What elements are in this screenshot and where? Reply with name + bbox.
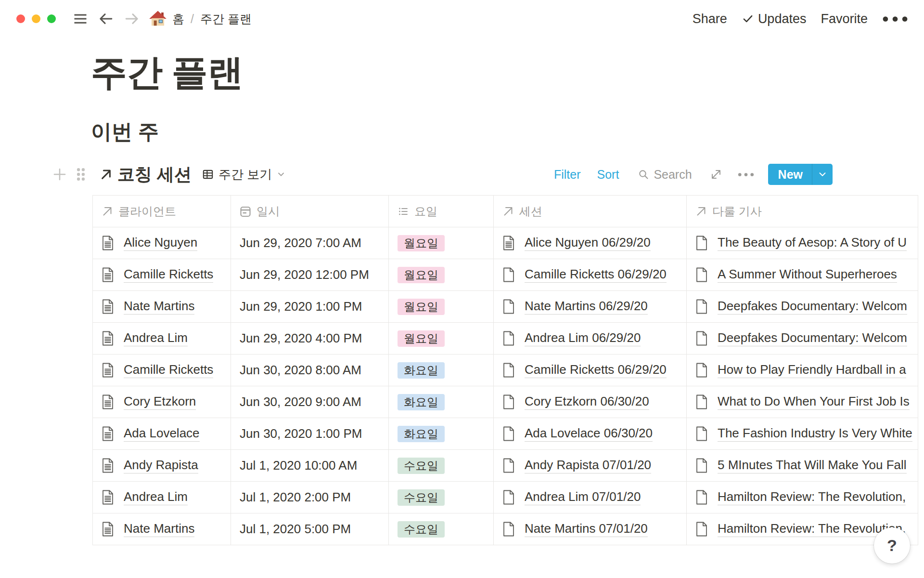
new-button[interactable]: New (768, 164, 833, 185)
drag-handle-icon[interactable] (76, 167, 86, 182)
client-cell[interactable]: Andrea Lim (92, 323, 231, 354)
breadcrumb-home[interactable]: 홈 (172, 11, 184, 27)
column-header-3[interactable]: 세션 (494, 196, 687, 227)
day-cell[interactable]: 수요일 (389, 450, 494, 481)
session-link[interactable]: Nate Martins 07/01/20 (525, 521, 648, 537)
session-link[interactable]: Camille Ricketts 06/29/20 (525, 362, 667, 378)
day-cell[interactable]: 화요일 (389, 355, 494, 386)
session-cell[interactable]: Nate Martins 07/01/20 (494, 513, 687, 545)
back-icon[interactable] (99, 12, 113, 26)
client-cell[interactable]: Camille Ricketts (92, 355, 231, 386)
help-button[interactable]: ? (874, 527, 910, 564)
day-cell[interactable]: 월요일 (389, 259, 494, 290)
client-link[interactable]: Ada Lovelace (124, 426, 200, 442)
article-link[interactable]: The Beauty of Aesop: A Story of U (718, 235, 907, 251)
session-link[interactable]: Cory Etzkorn 06/30/20 (525, 394, 649, 410)
client-link[interactable]: Andy Rapista (124, 458, 198, 473)
day-cell[interactable]: 화요일 (389, 418, 494, 449)
client-cell[interactable]: Camille Ricketts (92, 259, 231, 290)
date-cell[interactable]: Jun 29, 2020 1:00 PM (231, 291, 389, 322)
client-link[interactable]: Andrea Lim (124, 489, 188, 505)
day-cell[interactable]: 화요일 (389, 386, 494, 418)
date-cell[interactable]: Jul 1, 2020 10:00 AM (231, 450, 389, 481)
session-link[interactable]: Camille Ricketts 06/29/20 (525, 267, 667, 283)
collection-title[interactable]: 코칭 세션 (117, 163, 192, 186)
day-cell[interactable]: 월요일 (389, 291, 494, 322)
article-cell[interactable]: A Summer Without Superheroes (687, 259, 918, 290)
new-button-label[interactable]: New (768, 164, 812, 185)
session-link[interactable]: Andrea Lim 06/29/20 (525, 330, 641, 346)
date-cell[interactable]: Jul 1, 2020 5:00 PM (231, 513, 389, 545)
date-cell[interactable]: Jun 29, 2020 4:00 PM (231, 323, 389, 354)
date-cell[interactable]: Jun 30, 2020 9:00 AM (231, 386, 389, 418)
article-link[interactable]: Hamilton Review: The Revolution, (718, 489, 906, 505)
open-collection-arrow-icon[interactable] (100, 168, 113, 181)
article-link[interactable]: What to Do When Your First Job Is (718, 394, 910, 410)
date-cell[interactable]: Jun 30, 2020 8:00 AM (231, 355, 389, 386)
session-link[interactable]: Andrea Lim 07/01/20 (525, 489, 641, 505)
more-options-icon[interactable] (882, 13, 908, 25)
session-cell[interactable]: Andrea Lim 07/01/20 (494, 482, 687, 513)
article-cell[interactable]: Deepfakes Documentary: Welcom (687, 323, 918, 354)
article-cell[interactable]: The Fashion Industry Is Very White (687, 418, 918, 449)
day-cell[interactable]: 월요일 (389, 323, 494, 354)
client-cell[interactable]: Nate Martins (92, 513, 231, 545)
client-link[interactable]: Andrea Lim (124, 330, 188, 346)
session-link[interactable]: Ada Lovelace 06/30/20 (525, 426, 653, 442)
client-cell[interactable]: Nate Martins (92, 291, 231, 322)
client-cell[interactable]: Andy Rapista (92, 450, 231, 481)
client-cell[interactable]: Cory Etzkorn (92, 386, 231, 418)
client-link[interactable]: Camille Ricketts (124, 267, 213, 283)
client-cell[interactable]: Ada Lovelace (92, 418, 231, 449)
session-cell[interactable]: Alice Nguyen 06/29/20 (494, 227, 687, 259)
breadcrumb-page[interactable]: 주간 플랜 (200, 11, 252, 27)
view-selector[interactable]: 주간 보기 (202, 166, 286, 183)
filter-button[interactable]: Filter (554, 168, 581, 182)
session-cell[interactable]: Nate Martins 06/29/20 (494, 291, 687, 322)
client-cell[interactable]: Andrea Lim (92, 482, 231, 513)
session-cell[interactable]: Camille Ricketts 06/29/20 (494, 355, 687, 386)
session-cell[interactable]: Camille Ricketts 06/29/20 (494, 259, 687, 290)
client-link[interactable]: Nate Martins (124, 299, 194, 315)
session-cell[interactable]: Ada Lovelace 06/30/20 (494, 418, 687, 449)
share-button[interactable]: Share (693, 12, 727, 26)
article-cell[interactable]: Hamilton Review: The Revolution, (687, 482, 918, 513)
client-link[interactable]: Camille Ricketts (124, 362, 213, 378)
article-link[interactable]: A Summer Without Superheroes (718, 267, 897, 283)
client-cell[interactable]: Alice Nguyen (92, 227, 231, 259)
article-link[interactable]: Deepfakes Documentary: Welcom (718, 299, 907, 315)
close-window-button[interactable] (16, 14, 25, 23)
expand-icon[interactable] (710, 169, 722, 180)
sort-button[interactable]: Sort (597, 168, 619, 182)
article-link[interactable]: The Fashion Industry Is Very White (718, 426, 912, 442)
updates-button[interactable]: Updates (742, 12, 807, 26)
sidebar-toggle-icon[interactable] (73, 12, 88, 26)
forward-icon[interactable] (125, 12, 139, 26)
date-cell[interactable]: Jun 30, 2020 1:00 PM (231, 418, 389, 449)
session-link[interactable]: Nate Martins 06/29/20 (525, 299, 648, 315)
client-link[interactable]: Nate Martins (124, 521, 194, 537)
session-link[interactable]: Andy Rapista 07/01/20 (525, 458, 651, 473)
session-cell[interactable]: Cory Etzkorn 06/30/20 (494, 386, 687, 418)
date-cell[interactable]: Jul 1, 2020 2:00 PM (231, 482, 389, 513)
date-cell[interactable]: Jun 29, 2020 7:00 AM (231, 227, 389, 259)
day-cell[interactable]: 월요일 (389, 227, 494, 259)
article-cell[interactable]: 5 MInutes That Will Make You Fall (687, 450, 918, 481)
session-cell[interactable]: Andrea Lim 06/29/20 (494, 323, 687, 354)
day-cell[interactable]: 수요일 (389, 513, 494, 545)
column-header-1[interactable]: 일시 (231, 196, 389, 227)
search-button[interactable]: Search (638, 168, 692, 182)
article-cell[interactable]: What to Do When Your First Job Is (687, 386, 918, 418)
article-link[interactable]: Deepfakes Documentary: Welcom (718, 330, 907, 346)
date-cell[interactable]: Jun 29, 2020 12:00 PM (231, 259, 389, 290)
favorite-button[interactable]: Favorite (821, 12, 868, 26)
client-link[interactable]: Alice Nguyen (124, 235, 197, 251)
article-link[interactable]: 5 MInutes That Will Make You Fall (718, 458, 907, 473)
session-cell[interactable]: Andy Rapista 07/01/20 (494, 450, 687, 481)
session-link[interactable]: Alice Nguyen 06/29/20 (525, 235, 651, 251)
new-dropdown-button[interactable] (812, 164, 833, 185)
article-link[interactable]: How to Play Friendly Hardball in a (718, 362, 906, 378)
article-cell[interactable]: The Beauty of Aesop: A Story of U (687, 227, 918, 259)
collection-more-icon[interactable] (738, 171, 754, 178)
minimize-window-button[interactable] (32, 14, 40, 23)
